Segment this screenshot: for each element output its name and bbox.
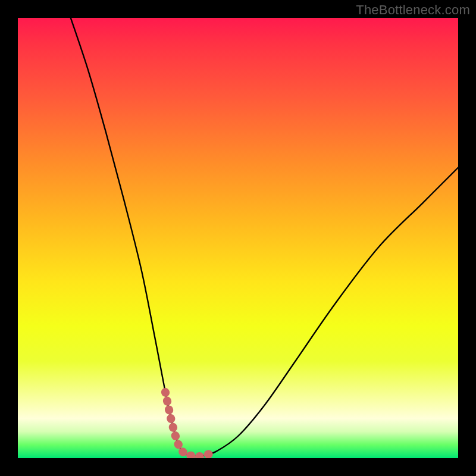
chart-frame: TheBottleneck.com — [0, 0, 476, 476]
bottleneck-curve — [71, 18, 458, 456]
curve-svg — [18, 18, 458, 458]
valley-highlight — [165, 392, 216, 456]
brand-watermark: TheBottleneck.com — [356, 2, 470, 18]
plot-area — [18, 18, 458, 458]
